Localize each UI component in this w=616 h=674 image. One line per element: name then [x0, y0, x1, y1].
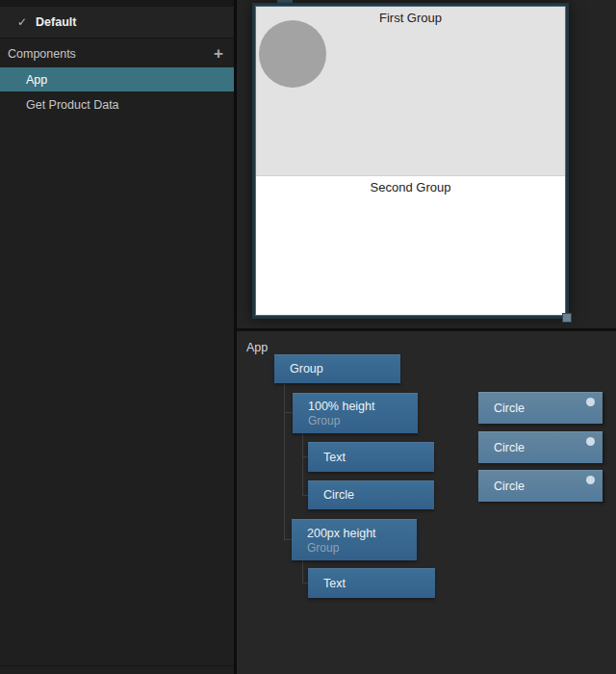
drag-handle-dot-icon — [586, 437, 595, 446]
second-group-label: Second Group — [256, 176, 565, 194]
variant-label: Default — [36, 15, 76, 29]
drag-handle-dot-icon — [586, 476, 595, 484]
tree-node-title: Text — [323, 577, 435, 591]
tree-root-label: App — [246, 341, 268, 354]
sidebar-item-get-product-data[interactable]: Get Product Data — [0, 92, 234, 117]
palette-item-label: Circle — [494, 402, 525, 415]
tree-connector-line — [284, 383, 285, 540]
tree-node-title: 100% height — [308, 400, 418, 414]
sidebar: ✓ Default Components + App Get Product D… — [0, 0, 234, 674]
tree-node-subtitle: Group — [308, 414, 418, 428]
sidebar-item-label: Get Product Data — [26, 98, 119, 112]
canvas-content: First Group Second Group — [255, 6, 566, 316]
canvas-circle[interactable] — [259, 20, 326, 88]
tree-connector-line — [284, 412, 293, 413]
preview-panel: First Group Second Group — [237, 0, 616, 328]
tree-node-subtitle: Group — [307, 541, 417, 555]
sidebar-footer-line — [0, 665, 234, 666]
tree-node-title: Group — [290, 362, 400, 376]
second-group-region[interactable]: Second Group — [256, 176, 565, 315]
tree-connector-line — [284, 539, 292, 540]
tree-node-title: 200px height — [307, 527, 417, 541]
tree-node-group[interactable]: Group — [274, 354, 400, 383]
tree-node-text[interactable]: Text — [308, 442, 434, 472]
palette-item-circle[interactable]: Circle — [478, 431, 603, 463]
tree-node-title: Text — [323, 451, 434, 465]
tree-connector-line — [302, 433, 303, 495]
app-window: ✓ Default Components + App Get Product D… — [0, 0, 616, 674]
sidebar-item-label: App — [26, 73, 47, 87]
checkmark-icon: ✓ — [17, 15, 27, 29]
drag-handle-dot-icon — [586, 398, 595, 406]
add-component-button[interactable]: + — [214, 42, 223, 65]
tree-connector-line — [302, 560, 303, 583]
first-group-region[interactable]: First Group — [256, 7, 565, 176]
tree-node-text[interactable]: Text — [308, 568, 435, 598]
variant-row-default[interactable]: ✓ Default — [0, 7, 234, 39]
components-header-label: Components — [8, 47, 76, 61]
structure-panel: App Group 100% height Group Text Circle … — [237, 331, 616, 674]
tree-node-title: Circle — [323, 488, 434, 503]
palette-item-circle[interactable]: Circle — [478, 470, 603, 502]
tree-node-100-height-group[interactable]: 100% height Group — [293, 393, 418, 433]
canvas-resize-handle[interactable] — [562, 313, 572, 323]
palette-item-label: Circle — [494, 441, 525, 454]
tree-node-200px-height-group[interactable]: 200px height Group — [292, 519, 417, 560]
sidebar-top-strip — [0, 0, 234, 7]
palette-item-label: Circle — [494, 480, 525, 493]
palette-item-circle[interactable]: Circle — [478, 392, 603, 424]
sidebar-item-app[interactable]: App — [0, 67, 234, 91]
preview-canvas[interactable]: First Group Second Group — [252, 3, 569, 319]
tree-node-circle[interactable]: Circle — [308, 480, 434, 509]
components-section-header: Components + — [0, 42, 234, 65]
